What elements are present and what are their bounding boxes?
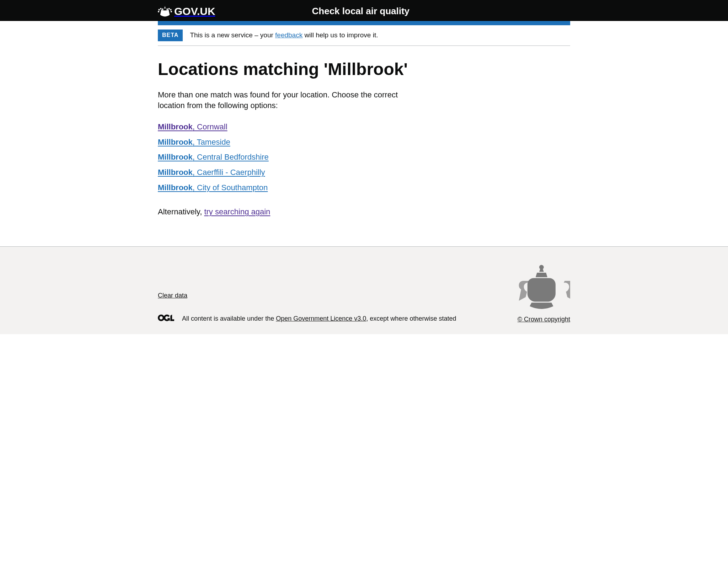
results-list: Millbrook, CornwallMillbrook, TamesideMi… [158, 122, 570, 193]
royal-crest-icon [513, 263, 570, 309]
location-result-link[interactable]: Millbrook, Central Bedfordshire [158, 153, 269, 161]
intro-paragraph: More than one match was found for your l… [158, 90, 400, 112]
list-item: Millbrook, Cornwall [158, 122, 570, 132]
service-name: Check local air quality [151, 5, 570, 17]
main-content: Locations matching 'Millbrook' More than… [158, 60, 570, 246]
clear-data-link[interactable]: Clear data [158, 292, 187, 299]
ogl-link[interactable]: Open Government Licence v3.0 [276, 315, 366, 322]
site-footer: Clear data All content is available unde… [0, 246, 728, 334]
phase-banner-text: This is a new service – your feedback wi… [190, 31, 378, 40]
list-item: Millbrook, Central Bedfordshire [158, 152, 570, 162]
list-item: Millbrook, Caerffili - Caerphilly [158, 167, 570, 178]
location-result-link[interactable]: Millbrook, Tameside [158, 138, 230, 146]
alternative-paragraph: Alternatively, try searching again [158, 207, 570, 217]
search-again-link[interactable]: try searching again [204, 207, 270, 216]
crown-copyright-link[interactable]: © Crown copyright [518, 315, 570, 324]
feedback-link[interactable]: feedback [275, 31, 303, 39]
list-item: Millbrook, Tameside [158, 137, 570, 148]
phase-tag: BETA [158, 30, 183, 41]
licence-text: All content is available under the Open … [182, 315, 456, 323]
ogl-icon [158, 314, 174, 324]
location-result-link[interactable]: Millbrook, Caerffili - Caerphilly [158, 168, 265, 177]
footer-inline-links: Clear data [158, 292, 456, 300]
phase-banner: BETA This is a new service – your feedba… [158, 25, 570, 46]
site-header: GOV.UK Check local air quality [0, 0, 728, 21]
page-title: Locations matching 'Millbrook' [158, 60, 570, 79]
location-result-link[interactable]: Millbrook, City of Southampton [158, 183, 268, 192]
location-result-link[interactable]: Millbrook, Cornwall [158, 122, 228, 131]
list-item: Millbrook, City of Southampton [158, 183, 570, 193]
header-blue-bar [158, 21, 570, 25]
